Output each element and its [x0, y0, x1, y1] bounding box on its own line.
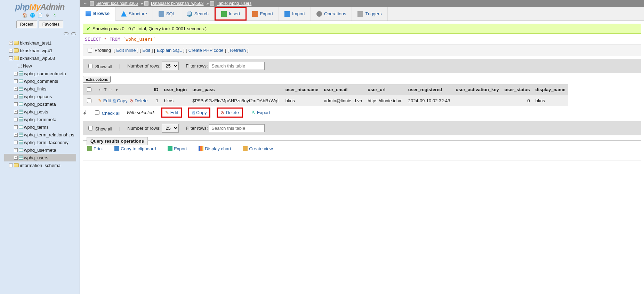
- table-node[interactable]: +wphq_commentmeta: [4, 70, 76, 77]
- expand-icon[interactable]: +: [9, 49, 13, 53]
- extra-options-button[interactable]: Extra options: [83, 76, 111, 83]
- globe-icon[interactable]: 🌐: [30, 13, 35, 18]
- view-icon: [243, 146, 248, 151]
- show-all-checkbox[interactable]: [88, 126, 93, 130]
- crumb-table[interactable]: Table: wphq_users: [217, 1, 251, 6]
- db-node[interactable]: + bknskhan_wp41: [4, 47, 76, 54]
- db-node[interactable]: + bknskhan_test1: [4, 39, 76, 47]
- link-icon[interactable]: [71, 32, 76, 35]
- database-icon: [14, 41, 19, 45]
- row-delete[interactable]: Delete: [135, 98, 148, 103]
- tab-insert[interactable]: Insert: [215, 7, 247, 21]
- sql-icon: [159, 11, 164, 17]
- row-copy[interactable]: Copy: [117, 98, 127, 103]
- db-node[interactable]: − bknskhan_wp503: [4, 54, 76, 62]
- tab-export[interactable]: Export: [247, 7, 279, 21]
- collapse-icon[interactable]: −: [9, 56, 13, 60]
- table-node[interactable]: +wphq_termmeta: [4, 116, 76, 123]
- col-user_registered[interactable]: user_registered: [405, 84, 453, 95]
- edit-inline-link[interactable]: Edit inline: [116, 48, 136, 53]
- check-all-link[interactable]: Check all: [102, 111, 120, 116]
- table-node[interactable]: +wphq_posts: [4, 108, 76, 116]
- bulk-delete[interactable]: ⊘Delete: [217, 108, 243, 118]
- tab-search[interactable]: Search: [181, 7, 215, 21]
- tab-structure[interactable]: Structure: [115, 7, 153, 21]
- new-table[interactable]: New: [4, 62, 76, 70]
- tab-triggers[interactable]: Triggers: [352, 7, 387, 21]
- rows-select[interactable]: 25: [162, 62, 179, 70]
- back-icon[interactable]: ←: [83, 1, 88, 6]
- new-icon: [18, 64, 22, 68]
- reload-icon[interactable]: ↻: [53, 13, 57, 18]
- bulk-export[interactable]: ⇱Export: [249, 109, 273, 117]
- filter-input[interactable]: [209, 124, 265, 132]
- create-php-link[interactable]: Create PHP code: [188, 48, 224, 53]
- tab-favorites[interactable]: Favorites: [39, 21, 63, 28]
- op-copy[interactable]: Copy to clipboard: [114, 146, 156, 151]
- tab-browse[interactable]: Browse: [80, 7, 115, 21]
- copy-icon: ⎘: [192, 110, 195, 115]
- op-export[interactable]: Export: [168, 146, 187, 151]
- bulk-copy[interactable]: ⎘Copy: [188, 108, 210, 118]
- crumb-server[interactable]: Server: localhost:3306: [96, 1, 138, 6]
- col-user_status[interactable]: user_status: [502, 84, 533, 95]
- expand-icon[interactable]: +: [9, 41, 13, 45]
- refresh-link[interactable]: Refresh: [230, 48, 246, 53]
- filter-input[interactable]: [209, 62, 265, 70]
- op-print[interactable]: Print: [87, 146, 103, 151]
- table-row[interactable]: ✎ Edit ⎘ Copy ⊘ Delete 1 bkns $P$Bo9GzFl…: [83, 95, 568, 106]
- expand-icon[interactable]: +: [9, 164, 13, 164]
- table-node[interactable]: +wphq_users: [4, 154, 76, 161]
- row-edit[interactable]: Edit: [103, 98, 111, 103]
- op-view[interactable]: Create view: [243, 146, 273, 151]
- tab-operations[interactable]: Operations: [311, 7, 352, 21]
- tab-sql[interactable]: SQL: [153, 7, 181, 21]
- check-all-checkbox[interactable]: [95, 110, 99, 115]
- table-node[interactable]: +wphq_terms: [4, 123, 76, 131]
- results-toolbar-top: Show all | Number of rows: 25 Filter row…: [83, 59, 641, 73]
- success-message: ✔ Showing rows 0 - 0 (1 total, Query too…: [83, 24, 641, 34]
- table-node[interactable]: +wphq_postmeta: [4, 100, 76, 108]
- table-node[interactable]: +wphq_usermeta: [4, 146, 76, 154]
- col-user_activation_key[interactable]: user_activation_key: [453, 84, 502, 95]
- col-user_email[interactable]: user_email: [321, 84, 365, 95]
- col-user_login[interactable]: user_login: [161, 84, 190, 95]
- collapse-icon[interactable]: [64, 32, 69, 35]
- col-user_nicename[interactable]: user_nicename: [283, 84, 321, 95]
- home-icon[interactable]: 🏠: [22, 13, 27, 18]
- db-node[interactable]: + information_schema: [4, 161, 76, 164]
- show-all-checkbox[interactable]: [88, 64, 93, 68]
- table-icon: [19, 110, 23, 114]
- sort-handles[interactable]: ← T → ▼: [95, 84, 151, 95]
- pencil-icon: ✎: [165, 110, 169, 115]
- select-all-checkbox[interactable]: [87, 87, 91, 92]
- table-node[interactable]: +wphq_term_taxonomy: [4, 138, 76, 146]
- col-user_pass[interactable]: user_pass: [190, 84, 282, 95]
- table-node[interactable]: +wphq_options: [4, 93, 76, 100]
- crumb-database[interactable]: Database: bknskhan_wp503: [151, 1, 203, 6]
- op-chart[interactable]: Display chart: [199, 146, 231, 151]
- explain-link[interactable]: Explain SQL: [157, 48, 182, 53]
- delete-icon: ⊘: [129, 98, 133, 103]
- table-icon: [19, 94, 23, 98]
- sql-preview: SELECT * FROM `wphq_users`: [85, 37, 639, 42]
- col-user_url[interactable]: user_url: [365, 84, 405, 95]
- gear-icon[interactable]: ⚙: [45, 13, 50, 18]
- col-id[interactable]: ID: [151, 84, 161, 95]
- table-icon: [19, 140, 23, 144]
- profiling-checkbox[interactable]: [88, 48, 92, 53]
- rows-select[interactable]: 25: [162, 124, 179, 133]
- table-node[interactable]: +wphq_links: [4, 85, 76, 93]
- tab-import[interactable]: Import: [279, 7, 311, 21]
- pencil-icon: ✎: [98, 98, 102, 103]
- bulk-edit[interactable]: ✎Edit: [161, 108, 182, 118]
- panel-collapse-icons: [0, 30, 80, 38]
- doc-icon[interactable]: 📄: [38, 13, 42, 18]
- tab-recent[interactable]: Recent: [16, 21, 37, 28]
- row-checkbox[interactable]: [87, 98, 91, 103]
- db-tree: + bknskhan_test1 + bknskhan_wp41 − bknsk…: [2, 38, 78, 164]
- edit-link[interactable]: Edit: [142, 48, 150, 53]
- table-node[interactable]: +wphq_comments: [4, 77, 76, 85]
- col-display_name[interactable]: display_name: [533, 84, 568, 95]
- table-node[interactable]: +wphq_term_relationships: [4, 131, 76, 138]
